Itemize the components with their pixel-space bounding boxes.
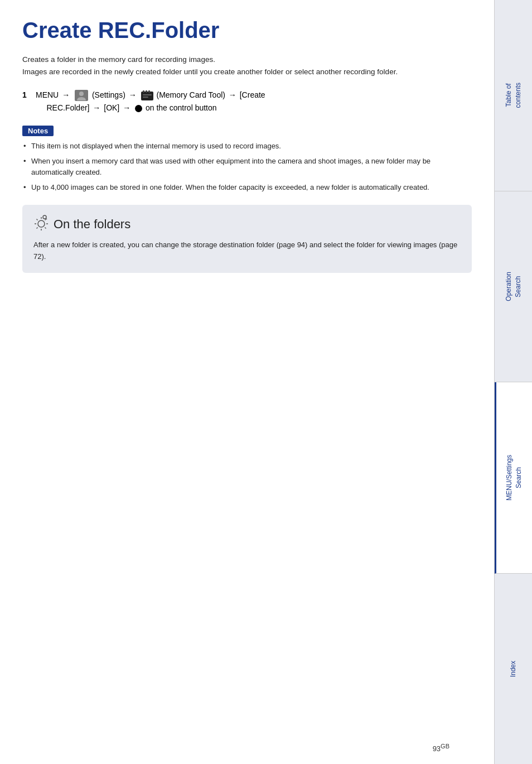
tip-box: On the folders After a new folder is cre… (22, 205, 472, 273)
arrow-icon-5: → (123, 103, 130, 112)
tip-icon (33, 215, 50, 234)
arrow-icon: → (62, 90, 70, 99)
svg-rect-7 (143, 97, 148, 98)
page-title: Create REC.Folder (22, 18, 472, 42)
arrow-icon-2: → (129, 90, 137, 99)
note-item: This item is not displayed when the inte… (22, 141, 472, 152)
svg-point-8 (38, 220, 45, 227)
sidebar-tab-label: MENU/SettingsSearch (504, 450, 525, 505)
notes-box: Notes This item is not displayed when th… (22, 126, 472, 194)
tip-header: On the folders (33, 215, 461, 234)
svg-line-14 (45, 228, 46, 229)
note-item: Up to 4,000 images can be stored in one … (22, 182, 472, 194)
tip-title: On the folders (54, 217, 130, 232)
svg-line-16 (37, 228, 38, 229)
description-line1: Creates a folder in the memory card for … (22, 55, 215, 64)
sidebar-tab-table-of-contents[interactable]: Table ofcontents (495, 0, 532, 191)
svg-point-1 (79, 92, 84, 96)
sidebar-tab-menu-settings-search[interactable]: MENU/SettingsSearch (495, 382, 532, 574)
svg-rect-6 (143, 94, 152, 95)
sidebar-tab-index[interactable]: Index (495, 574, 532, 765)
svg-line-13 (37, 219, 38, 220)
arrow-icon-4: → (93, 103, 100, 112)
step-line: 1 MENU → (Settings) → (22, 89, 472, 114)
circle-button-icon (135, 105, 142, 112)
step-section: 1 MENU → (Settings) → (22, 89, 472, 114)
svg-rect-2 (141, 92, 153, 100)
svg-line-15 (45, 219, 46, 220)
sidebar: Table ofcontents OperationSearch MENU/Se… (494, 0, 532, 764)
notes-label: Notes (22, 126, 54, 136)
memory-card-icon (141, 90, 153, 100)
description-line2: Images are recorded in the newly created… (22, 68, 398, 76)
arrow-icon-3: → (229, 90, 236, 99)
step-number: 1 (22, 89, 32, 101)
step-content: MENU → (Settings) → (36, 89, 265, 114)
description: Creates a folder in the memory card for … (22, 54, 472, 78)
svg-rect-3 (143, 90, 144, 93)
main-content: Create REC.Folder Creates a folder in th… (0, 0, 494, 764)
page-number: 93GB (433, 743, 449, 753)
svg-rect-4 (146, 90, 147, 93)
sidebar-tab-label: OperationSearch (503, 267, 524, 306)
sidebar-tab-label: Table ofcontents (503, 78, 524, 112)
notes-list: This item is not displayed when the inte… (22, 141, 472, 194)
settings-icon (74, 89, 89, 102)
sidebar-tab-operation-search[interactable]: OperationSearch (495, 191, 532, 383)
svg-rect-5 (148, 90, 150, 93)
sidebar-tab-label: Index (507, 656, 519, 681)
tip-text: After a new folder is created, you can c… (33, 239, 461, 263)
note-item: When you insert a memory card that was u… (22, 156, 472, 179)
